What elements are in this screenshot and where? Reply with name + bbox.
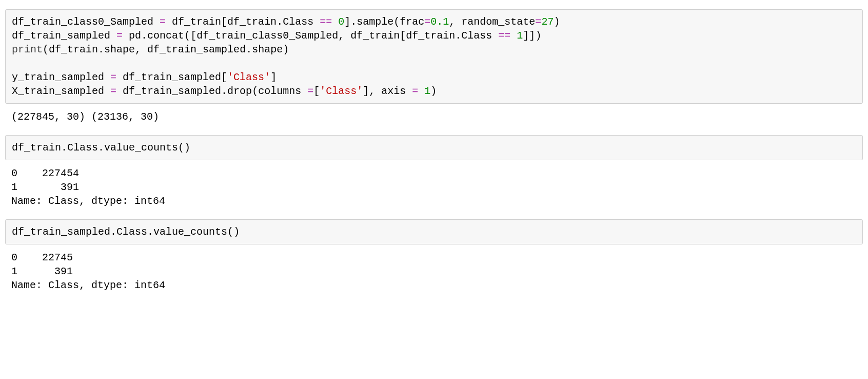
output-cell: (227845, 30) (23136, 30) xyxy=(5,108,863,131)
notebook-view: df_train_class0_Sampled = df_train[df_tr… xyxy=(5,9,863,299)
code-cell[interactable]: df_train_sampled.Class.value_counts() xyxy=(5,219,863,244)
code-cell[interactable]: df_train.Class.value_counts() xyxy=(5,135,863,160)
output-cell: 0 227454 1 391 Name: Class, dtype: int64 xyxy=(5,164,863,215)
output-cell: 0 22745 1 391 Name: Class, dtype: int64 xyxy=(5,249,863,299)
code-cell[interactable]: df_train_class0_Sampled = df_train[df_tr… xyxy=(5,9,863,104)
